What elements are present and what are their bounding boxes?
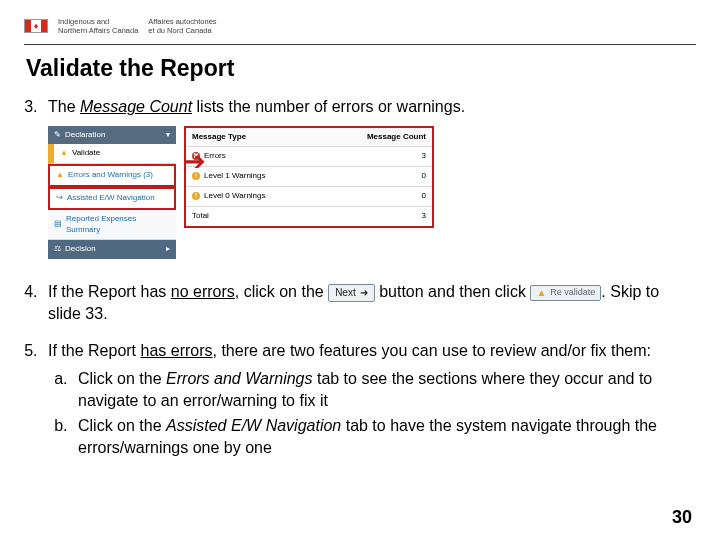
step-5-sublist: Click on the Errors and Warnings tab to … [72,368,688,458]
nav-header-declaration[interactable]: ✎ Declaration ▾ [48,126,176,145]
nav-item-validate[interactable]: ▲ Validate [48,144,176,164]
pencil-icon: ✎ [54,130,61,141]
warning-icon: ▲ [56,170,64,181]
table-icon: ▤ [54,219,62,230]
gavel-icon: ⚖ [54,244,61,255]
nav-item-reported-expenses[interactable]: ▤ Reported Expenses Summary [48,210,176,241]
value: 0 [350,186,433,206]
label: Reported Expenses Summary [66,214,170,236]
label: Declaration [65,130,105,141]
text: button and then click [379,283,530,300]
text: Indigenous and [58,17,109,26]
text: , click on the [235,283,328,300]
text: et du Nord Canada [148,26,211,35]
arrow-right-icon: ➜ [360,288,368,298]
label: Assisted E/W Navigation [67,193,155,204]
term-no-errors: no errors [171,283,235,300]
nav-item-assisted[interactable]: ↪ Assisted E/W Navigation [48,187,176,210]
step-5a: Click on the Errors and Warnings tab to … [72,368,688,411]
step-3: The Message Count lists the number of er… [42,96,688,265]
nav-panel: ✎ Declaration ▾ ▲ Validate ▲ Errors and … [48,126,176,260]
step-5: If the Report has errors, there are two … [42,340,688,458]
label: Decision [65,244,96,255]
header-divider [24,44,696,45]
screenshot-validate-table: ✎ Declaration ▾ ▲ Validate ▲ Errors and … [48,118,434,266]
value: 3 [350,206,433,226]
table-row: !Level 1 Warnings 0 [185,167,433,187]
text: Click on the [78,417,166,434]
text: If the Report has [48,283,171,300]
text: Northern Affairs Canada [58,26,138,35]
label: Re validate [550,288,595,297]
value: 3 [350,147,433,167]
label: Errors [204,151,226,160]
chevron-right-icon: ▸ [166,244,170,255]
canada-flag-icon: ♦ [24,19,48,33]
text: , there are two features you can use to … [213,342,651,359]
term-errors-warnings: Errors and Warnings [166,370,312,387]
text: lists the number of errors or warnings. [192,98,465,115]
text: If the Report [48,342,141,359]
nav-header-decision[interactable]: ⚖ Decision ▸ [48,240,176,259]
table-row: !Level 0 Warnings 0 [185,186,433,206]
chevron-down-icon: ▾ [166,130,170,141]
table-row-total: Total 3 [185,206,433,226]
nav-item-errors-warnings[interactable]: ▲ Errors and Warnings (3) [48,164,176,187]
term-assisted-nav: Assisted E/W Navigation [166,417,341,434]
page-title: Validate the Report [26,55,696,82]
label: Next [335,288,356,298]
value: 0 [350,167,433,187]
text: Affaires autochtones [148,17,216,26]
callout-arrow-icon: ➔ [184,148,206,174]
gov-header: ♦ Indigenous and Northern Affairs Canada… [24,12,696,40]
term-message-count: Message Count [80,98,192,115]
text: Click on the [78,370,166,387]
term-has-errors: has errors [141,342,213,359]
text: The [48,98,80,115]
next-button[interactable]: Next ➜ [328,284,375,302]
step-5b: Click on the Assisted E/W Navigation tab… [72,415,688,458]
arrow-icon: ↪ [56,193,63,204]
step-4: If the Report has no errors, click on th… [42,281,688,324]
warning-icon: ! [192,192,200,200]
revalidate-button[interactable]: ▲ Re validate [530,285,601,301]
label: Level 0 Warnings [204,191,266,200]
label: Validate [72,148,100,159]
warning-icon: ▲ [60,148,68,159]
department-name-en: Indigenous and Northern Affairs Canada [58,17,138,35]
label: Total [192,211,209,220]
warning-icon: ▲ [536,288,546,298]
department-name-fr: Affaires autochtones et du Nord Canada [148,17,216,35]
page-number: 30 [672,507,692,528]
message-count-table: Message Type Message Count ✖Errors 3 !Le… [184,126,434,228]
table-row: ✖Errors 3 [185,147,433,167]
steps-list: The Message Count lists the number of er… [42,96,688,458]
column-header-count: Message Count [350,127,433,147]
column-header-type: Message Type [185,127,350,147]
label: Errors and Warnings (3) [68,170,153,181]
label: Level 1 Warnings [204,171,266,180]
